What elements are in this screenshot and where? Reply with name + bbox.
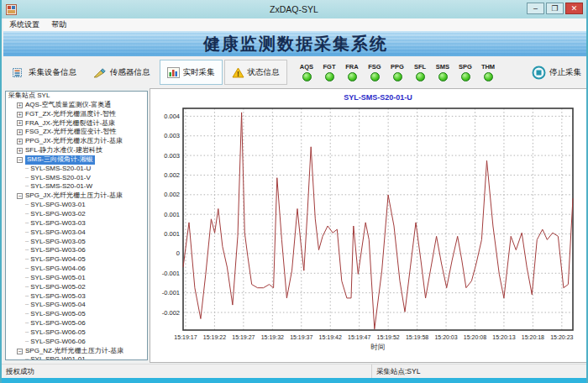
toolbar-button-1[interactable]: 传感器信息: [86, 60, 158, 85]
led-indicator-spg: SPG: [454, 63, 477, 81]
tree-item[interactable]: ┄SYL-SPG-W05-01: [6, 274, 147, 283]
tree-line: ┄: [25, 355, 29, 360]
toolbar-button-2[interactable]: 实时采集: [160, 60, 223, 85]
tree-line: ┄: [25, 201, 29, 210]
menu-item-0[interactable]: 系统设置: [3, 19, 45, 30]
collapse-icon[interactable]: −: [17, 349, 23, 354]
realtime-line-chart: SYL-SMS-S20-01-U15:19:1715:19:2215:19:27…: [150, 89, 586, 362]
tree-item[interactable]: −SMS-三向倾角计-湘银: [6, 155, 147, 165]
tree-line: ┄: [25, 210, 29, 219]
tree-item[interactable]: ┄SYL-SPG-W06-05: [6, 328, 147, 338]
tree-item-label: SYL-SPG-W01-01: [30, 355, 85, 360]
tree-item[interactable]: −SPG_NZ-光纤光栅土压力计-基康: [6, 347, 147, 356]
tree-item-label: SYL-SPG-W05-02: [30, 283, 85, 292]
tree-line: ┄: [25, 238, 29, 247]
expand-icon[interactable]: +: [17, 139, 23, 144]
tree-item[interactable]: ┄SYL-SMS-S20-01-V: [6, 174, 147, 183]
tree-item[interactable]: ┄SYL-SPG-W03-02: [6, 210, 147, 219]
stop-collect-button[interactable]: 停止采集: [532, 66, 581, 80]
app-window: ZxDAQ-SYL – ❐ ✕ 系统设置帮助 健康监测数据采集系统 采集设备信息…: [0, 0, 588, 383]
expand-icon[interactable]: +: [17, 129, 23, 135]
tree-line: ┄: [25, 265, 29, 274]
tree-item[interactable]: +AQS-空气质量监测仪-富奥通: [6, 101, 147, 110]
led-indicator-ppg: PPG: [386, 63, 409, 81]
expand-icon[interactable]: +: [17, 148, 23, 154]
y-tick-label: 0.002: [164, 191, 180, 198]
stop-collect-label: 停止采集: [549, 67, 581, 78]
led-label: SFL: [414, 63, 426, 71]
tree-item-label: SPG_NZ-光纤光栅土压力计-基康: [25, 347, 123, 356]
banner-title: 健康监测数据采集系统: [203, 33, 388, 55]
tree-item-label: SYL-SPG-W05-03: [30, 292, 85, 302]
toolbar-button-0[interactable]: 采集设备信息: [5, 60, 84, 85]
tree-item[interactable]: ┄SYL-SPG-W04-06: [6, 265, 147, 274]
tree-item[interactable]: +FGT_ZX-光纤光栅温度计-智性: [6, 110, 147, 119]
tree-item[interactable]: ┄SYL-SPG-W05-02: [6, 283, 147, 292]
tree-item-label: SYL-SMS-S20-01-V: [30, 174, 91, 183]
close-button[interactable]: ✕: [565, 3, 583, 14]
window-title: ZxDAQ-SYL: [2, 4, 586, 14]
y-tick-label: 0.004: [164, 113, 180, 120]
tree-item[interactable]: ┄SYL-SPG-W05-04: [6, 301, 147, 310]
x-tick-label: 15:20:03: [434, 334, 457, 340]
minimize-button[interactable]: –: [527, 3, 544, 14]
collapse-icon[interactable]: −: [17, 193, 23, 199]
main-area: 采集站点 SYL+AQS-空气质量监测仪-富奥通+FGT_ZX-光纤光栅温度计-…: [3, 88, 588, 364]
led-label: AQS: [300, 63, 313, 71]
expand-icon[interactable]: +: [17, 120, 23, 126]
tree-item[interactable]: ┄SYL-SPG-W03-06: [6, 246, 147, 255]
tree-item[interactable]: ┄SYL-SPG-W04-05: [6, 255, 147, 265]
green-led-icon: [325, 72, 334, 81]
maximize-button[interactable]: ❐: [546, 3, 564, 14]
tree-item[interactable]: ┄SYL-SPG-W06-06: [6, 338, 147, 347]
tree-item[interactable]: −SPG_JX-光纤光栅土压力计-基康: [6, 192, 147, 201]
tree-item[interactable]: ┄SYL-SPG-W01-01: [6, 355, 147, 360]
tree-item[interactable]: ┄SYL-SPG-W03-03: [6, 219, 147, 228]
led-label: FGT: [323, 63, 336, 71]
tree-item[interactable]: +FRA_JX-光纤光栅裂缝计-基康: [6, 119, 147, 129]
menu-item-1[interactable]: 帮助: [45, 19, 72, 30]
tree-item[interactable]: 采集站点 SYL: [6, 92, 147, 101]
tree-item-label: SYL-SMS-S20-01-U: [30, 165, 91, 174]
tree-item[interactable]: ┄SYL-SPG-W05-05: [6, 310, 147, 319]
tree-item-label: SYL-SPG-W04-06: [30, 265, 85, 274]
tree-item-label: SYL-SPG-W05-06: [30, 319, 85, 328]
tree-item[interactable]: ┄SYL-SPG-W05-03: [6, 292, 147, 302]
tree-line: ┄: [25, 274, 29, 283]
expand-icon[interactable]: +: [17, 102, 23, 108]
tree-item-label: SYL-SPG-W03-03: [30, 219, 85, 228]
chart-title: SYL-SMS-S20-01-U: [344, 93, 412, 102]
y-tick-label: 0.001: [164, 211, 180, 218]
led-label: THM: [481, 63, 495, 71]
tree-line: ┄: [25, 255, 29, 265]
tree-item[interactable]: +SFL-静力水准仪-建岩科技: [6, 146, 147, 155]
led-label: FRA: [345, 63, 358, 71]
tree-item[interactable]: ┄SYL-SPG-W05-06: [6, 319, 147, 328]
status-bar: 授权成功 采集站点:SYL: [2, 364, 588, 379]
tree-line: ┄: [25, 182, 29, 192]
x-tick-label: 15:19:52: [377, 334, 400, 340]
tree-item[interactable]: ┄SYL-SMS-S20-01-W: [6, 182, 147, 192]
tree-item[interactable]: ┄SYL-SMS-S20-01-U: [6, 165, 147, 174]
expand-icon[interactable]: +: [17, 112, 23, 118]
toolbar-button-3[interactable]: !状态信息: [224, 60, 287, 85]
x-tick-label: 15:19:58: [406, 334, 428, 340]
tree-item-label: SYL-SPG-W03-01: [30, 201, 85, 210]
tree-line: ┄: [25, 319, 29, 328]
tree-item[interactable]: +FSG_ZX-光纤光栅应变计-智性: [6, 128, 147, 137]
led-indicator-fra: FRA: [341, 63, 364, 81]
tree-item[interactable]: ┄SYL-SPG-W03-01: [6, 201, 147, 210]
tree-item[interactable]: ┄SYL-SPG-W03-05: [6, 238, 147, 247]
tree-item-label: SYL-SPG-W06-05: [30, 328, 85, 338]
collapse-icon[interactable]: −: [17, 157, 23, 163]
tree-item-label: PPG_JX-光纤光栅水压力计-基康: [25, 137, 123, 146]
tree-item-label: SFL-静力水准仪-建岩科技: [25, 146, 102, 155]
tree-item-label: SYL-SPG-W03-04: [30, 228, 85, 238]
tree-item-label: SYL-SPG-W05-04: [30, 301, 85, 310]
tree-item-label: SYL-SPG-W03-06: [30, 246, 85, 255]
x-tick-label: 15:20:08: [464, 334, 486, 340]
tree-item[interactable]: ┄SYL-SPG-W03-04: [6, 228, 147, 238]
tree-item[interactable]: +PPG_JX-光纤光栅水压力计-基康: [6, 137, 147, 146]
x-tick-label: 15:19:17: [174, 334, 197, 340]
svg-text:!: !: [237, 69, 239, 77]
